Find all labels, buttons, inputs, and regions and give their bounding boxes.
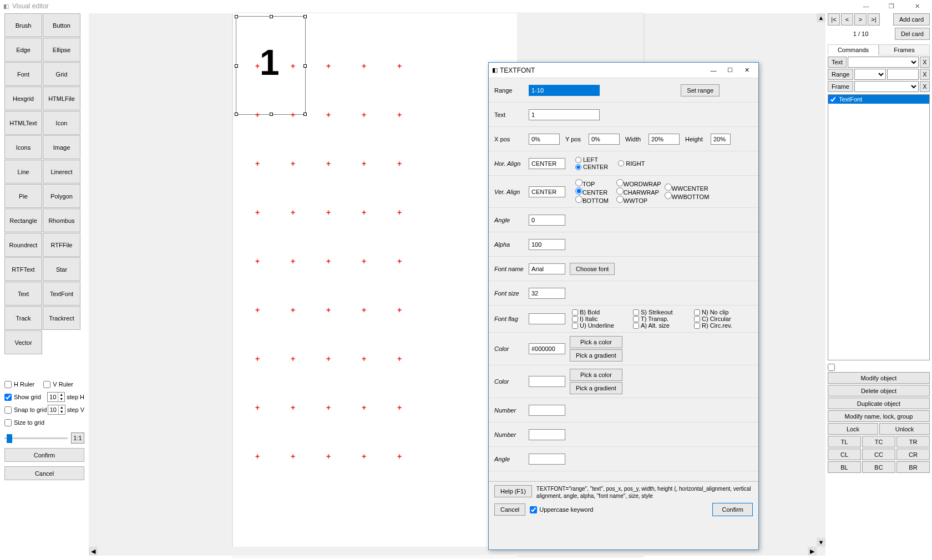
vruler-checkbox[interactable] [43, 381, 50, 388]
showgrid-checkbox[interactable] [4, 394, 12, 401]
flag-checkbox-0[interactable]: B) Bold [572, 309, 630, 315]
color1-input[interactable] [529, 343, 565, 354]
list-item-checkbox[interactable] [829, 96, 837, 103]
confirm-button[interactable]: Confirm [4, 448, 84, 462]
flag-checkbox-8[interactable]: R) Circ.rev. [694, 322, 752, 329]
flag-checkbox-2[interactable]: U) Underline [572, 322, 630, 329]
valign-wwbottom-radio[interactable] [665, 192, 672, 199]
tool-htmltext[interactable]: HTMLText [4, 111, 42, 135]
duplicate-object-button[interactable]: Duplicate object [828, 398, 930, 409]
tool-track[interactable]: Track [4, 306, 42, 330]
set-range-button[interactable]: Set range [681, 84, 720, 96]
choose-font-button[interactable]: Choose font [570, 263, 615, 275]
tab-commands[interactable]: Commands [828, 44, 879, 55]
pos-cc-button[interactable]: CC [862, 449, 895, 460]
list-item-textfont[interactable]: TextFont [828, 95, 929, 104]
nav-first-button[interactable]: |< [828, 13, 840, 26]
unlock-button[interactable]: Unlock [879, 423, 930, 435]
object-list[interactable]: TextFont [828, 94, 930, 360]
add-card-button[interactable]: Add card [893, 13, 930, 26]
fontname-input[interactable] [529, 263, 565, 274]
del-card-button[interactable]: Del card [895, 28, 930, 40]
color2-input[interactable] [529, 376, 565, 387]
text-input[interactable] [529, 109, 600, 120]
vertical-scrollbar[interactable]: ▲▼ [817, 13, 825, 547]
halign-left-radio[interactable] [575, 157, 581, 163]
pos-bc-button[interactable]: BC [862, 461, 895, 473]
tool-icons[interactable]: Icons [4, 135, 42, 159]
nav-last-button[interactable]: >| [868, 13, 880, 26]
prop-frame-button[interactable]: Frame [828, 81, 853, 92]
tool-vector[interactable]: Vector [4, 330, 42, 354]
prop-range-select[interactable] [854, 69, 886, 80]
nav-prev-button[interactable]: < [841, 13, 853, 26]
fontflag-input[interactable] [529, 313, 565, 324]
tool-htmlfile[interactable]: HTMLFile [43, 86, 80, 110]
pos-cl-button[interactable]: CL [828, 449, 861, 460]
prop-frame-select[interactable] [854, 81, 919, 92]
canvas-text-1[interactable]: 1 [260, 42, 280, 83]
flag-checkbox-1[interactable]: I) Italic [572, 315, 630, 322]
lock-button[interactable]: Lock [828, 423, 878, 435]
pos-br-button[interactable]: BR [896, 461, 930, 473]
pos-tr-button[interactable]: TR [896, 436, 930, 447]
tool-grid[interactable]: Grid [43, 62, 80, 86]
tool-rectangle[interactable]: Rectangle [4, 208, 42, 232]
prop-frame-x[interactable]: X [920, 81, 930, 92]
pos-cr-button[interactable]: CR [896, 449, 930, 460]
tool-textfont[interactable]: TextFont [43, 282, 80, 306]
alpha-input[interactable] [529, 239, 565, 250]
valign-wwtop-radio[interactable] [616, 196, 624, 203]
delete-object-button[interactable]: Delete object [828, 385, 930, 396]
action-checkbox[interactable] [828, 364, 835, 371]
cancel-button[interactable]: Cancel [4, 466, 84, 480]
tool-button[interactable]: Button [43, 13, 80, 37]
dialog-cancel-button[interactable]: Cancel [494, 503, 525, 516]
ypos-input[interactable] [589, 134, 620, 145]
stepv-spinner[interactable]: ▲▼ [48, 405, 65, 415]
nav-next-button[interactable]: > [854, 13, 867, 26]
tool-polygon[interactable]: Polygon [43, 184, 80, 208]
halign-input[interactable] [529, 158, 565, 169]
tool-ellipse[interactable]: Ellipse [43, 38, 80, 62]
number2-input[interactable] [529, 429, 565, 440]
tool-font[interactable]: Font [4, 62, 42, 86]
prop-range-button[interactable]: Range [828, 69, 853, 80]
valign-top-radio[interactable] [575, 179, 582, 186]
angle-input[interactable] [529, 215, 565, 226]
tool-rtffile[interactable]: RTFFile [43, 233, 80, 257]
tool-trackrect[interactable]: Trackrect [43, 306, 80, 330]
zoom-reset-button[interactable]: 1:1 [71, 432, 84, 444]
flag-checkbox-7[interactable]: C) Circular [694, 315, 752, 322]
flag-checkbox-5[interactable]: A) Alt. size [633, 322, 691, 329]
tool-linerect[interactable]: Linerect [43, 160, 80, 184]
valign-charwrap-radio[interactable] [616, 187, 624, 195]
flag-checkbox-6[interactable]: N) No clip [694, 309, 752, 315]
pick-color1-button[interactable]: Pick a color [570, 336, 622, 348]
width-input[interactable] [649, 134, 680, 145]
tool-hexgrid[interactable]: Hexgrid [4, 86, 42, 110]
pos-tc-button[interactable]: TC [862, 436, 895, 447]
number1-input[interactable] [529, 405, 565, 416]
snap-checkbox[interactable] [4, 406, 12, 414]
dialog-minimize-button[interactable]: — [705, 64, 722, 77]
help-button[interactable]: Help (F1) [494, 485, 532, 497]
flag-checkbox-4[interactable]: T) Transp. [633, 315, 691, 322]
halign-center-radio[interactable] [575, 164, 581, 170]
tool-icon[interactable]: Icon [43, 111, 80, 135]
sizetogrid-checkbox[interactable] [4, 419, 12, 426]
tool-rtftext[interactable]: RTFText [4, 257, 42, 281]
xpos-input[interactable] [529, 134, 560, 145]
dialog-titlebar[interactable]: ◧ TEXTFONT — ☐ ✕ [489, 63, 758, 78]
valign-wordwrap-radio[interactable] [616, 179, 624, 186]
tool-roundrect[interactable]: Roundrect [4, 233, 42, 257]
prop-text-button[interactable]: Text [828, 57, 847, 68]
flag-checkbox-3[interactable]: S) Strikeout [633, 309, 691, 315]
tool-star[interactable]: Star [43, 257, 80, 281]
prop-text-x[interactable]: X [920, 57, 930, 68]
prop-text-select[interactable] [848, 57, 919, 68]
prop-range-input[interactable] [887, 69, 919, 80]
rename-object-button[interactable]: Modify name, lock, group [828, 410, 930, 422]
dialog-maximize-button[interactable]: ☐ [722, 64, 738, 77]
valign-center-radio[interactable] [575, 187, 582, 195]
